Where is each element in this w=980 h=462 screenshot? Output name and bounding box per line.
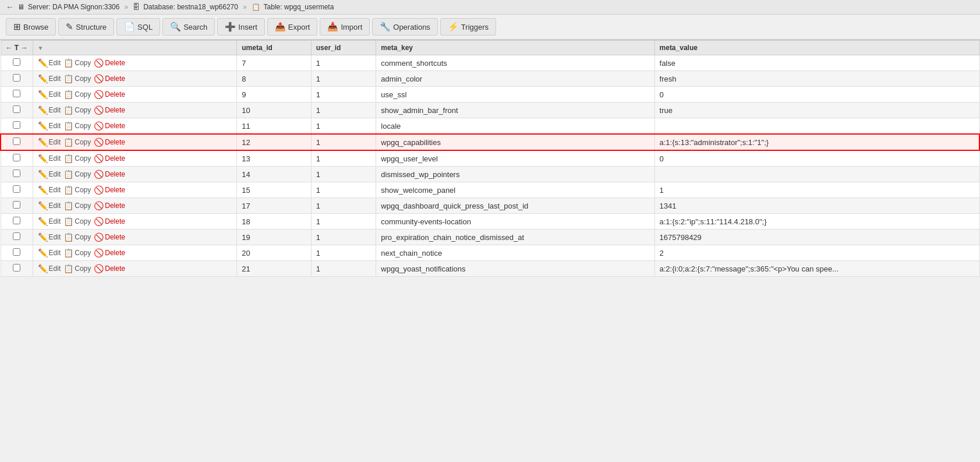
delete-button[interactable]: 🚫Delete: [94, 264, 125, 273]
row-actions-cell: ✏️Edit📋Copy🚫Delete: [33, 103, 237, 118]
row-checkbox[interactable]: [13, 154, 20, 161]
copy-icon: 📋: [63, 105, 73, 115]
delete-button[interactable]: 🚫Delete: [94, 201, 125, 210]
edit-button[interactable]: ✏️Edit: [38, 137, 61, 147]
edit-button[interactable]: ✏️Edit: [38, 232, 61, 242]
table-row: ✏️Edit📋Copy🚫Delete91use_ssl0: [1, 87, 979, 103]
data-table: ← T → ▼ umeta_id user_id meta_key: [0, 40, 980, 277]
delete-icon: 🚫: [94, 137, 104, 147]
edit-button[interactable]: ✏️Edit: [38, 74, 61, 83]
edit-button[interactable]: ✏️Edit: [38, 185, 61, 195]
row-checkbox[interactable]: [13, 137, 20, 145]
export-button[interactable]: 📤 Export: [267, 18, 318, 36]
copy-button[interactable]: 📋Copy: [63, 58, 91, 68]
copy-button[interactable]: 📋Copy: [63, 74, 91, 83]
insert-button[interactable]: ➕ Insert: [217, 18, 265, 36]
copy-button[interactable]: 📋Copy: [63, 105, 91, 115]
cell-user_id: 1: [311, 167, 376, 182]
delete-icon: 🚫: [94, 154, 104, 163]
delete-button[interactable]: 🚫Delete: [94, 137, 125, 147]
copy-icon: 📋: [63, 74, 73, 83]
cell-umeta_id: 11: [237, 118, 312, 135]
browse-button[interactable]: ⊞ Browse: [6, 18, 56, 36]
import-button[interactable]: 📥 Import: [320, 18, 370, 36]
structure-button[interactable]: ✎ Structure: [58, 18, 114, 36]
search-label: Search: [183, 23, 207, 31]
delete-button[interactable]: 🚫Delete: [94, 74, 125, 83]
search-button[interactable]: 🔍 Search: [162, 18, 215, 36]
cell-user_id: 1: [311, 103, 376, 118]
delete-button[interactable]: 🚫Delete: [94, 170, 125, 179]
edit-button[interactable]: ✏️Edit: [38, 105, 61, 115]
edit-button[interactable]: ✏️Edit: [38, 90, 61, 99]
copy-button[interactable]: 📋Copy: [63, 121, 91, 131]
col-header-meta-value[interactable]: meta_value: [654, 41, 979, 55]
nav-right-arrow[interactable]: →: [21, 44, 28, 52]
delete-button[interactable]: 🚫Delete: [94, 121, 125, 131]
cell-meta_key: show_welcome_panel: [376, 182, 654, 198]
delete-icon: 🚫: [94, 74, 104, 83]
row-checkbox[interactable]: [13, 105, 20, 113]
row-actions-cell: ✏️Edit📋Copy🚫Delete: [33, 182, 237, 198]
copy-button[interactable]: 📋Copy: [63, 137, 91, 147]
table-row: ✏️Edit📋Copy🚫Delete111locale: [1, 118, 979, 135]
copy-button[interactable]: 📋Copy: [63, 232, 91, 242]
delete-button[interactable]: 🚫Delete: [94, 248, 125, 258]
row-checkbox[interactable]: [13, 170, 20, 177]
edit-button[interactable]: ✏️Edit: [38, 170, 61, 179]
row-checkbox[interactable]: [13, 90, 20, 97]
col-header-umeta-id[interactable]: umeta_id: [237, 41, 312, 55]
row-checkbox[interactable]: [13, 217, 20, 224]
row-checkbox[interactable]: [13, 264, 20, 271]
row-checkbox[interactable]: [13, 58, 20, 66]
col-header-meta-key[interactable]: meta_key: [376, 41, 654, 55]
edit-button[interactable]: ✏️Edit: [38, 58, 61, 68]
edit-button[interactable]: ✏️Edit: [38, 154, 61, 163]
delete-button[interactable]: 🚫Delete: [94, 154, 125, 163]
edit-button[interactable]: ✏️Edit: [38, 201, 61, 210]
delete-button[interactable]: 🚫Delete: [94, 217, 125, 226]
copy-button[interactable]: 📋Copy: [63, 217, 91, 226]
copy-button[interactable]: 📋Copy: [63, 154, 91, 163]
delete-button[interactable]: 🚫Delete: [94, 90, 125, 99]
operations-button[interactable]: 🔧 Operations: [372, 18, 438, 36]
row-checkbox[interactable]: [13, 121, 20, 129]
delete-button[interactable]: 🚫Delete: [94, 105, 125, 115]
edit-label: Edit: [49, 170, 61, 178]
row-checkbox[interactable]: [13, 232, 20, 240]
col-header-user-id[interactable]: user_id: [311, 41, 376, 55]
delete-button[interactable]: 🚫Delete: [94, 185, 125, 195]
triggers-button[interactable]: ⚡ Triggers: [440, 18, 496, 36]
edit-label: Edit: [49, 186, 61, 194]
nav-left-arrow[interactable]: ←: [6, 44, 13, 52]
row-checkbox[interactable]: [13, 74, 20, 82]
delete-label: Delete: [105, 138, 125, 146]
sql-button[interactable]: 📄 SQL: [116, 18, 160, 36]
copy-button[interactable]: 📋Copy: [63, 90, 91, 99]
row-checkbox-cell: [1, 245, 33, 261]
copy-label: Copy: [75, 249, 91, 257]
copy-button[interactable]: 📋Copy: [63, 264, 91, 273]
copy-icon: 📋: [63, 58, 73, 68]
cell-meta_value: false: [654, 55, 979, 71]
row-checkbox[interactable]: [13, 201, 20, 209]
delete-button[interactable]: 🚫Delete: [94, 232, 125, 242]
edit-button[interactable]: ✏️Edit: [38, 121, 61, 131]
edit-button[interactable]: ✏️Edit: [38, 217, 61, 226]
edit-button[interactable]: ✏️Edit: [38, 248, 61, 258]
search-icon: 🔍: [170, 22, 181, 32]
cell-umeta_id: 14: [237, 167, 312, 182]
edit-button[interactable]: ✏️Edit: [38, 264, 61, 273]
copy-button[interactable]: 📋Copy: [63, 170, 91, 179]
copy-button[interactable]: 📋Copy: [63, 201, 91, 210]
copy-button[interactable]: 📋Copy: [63, 185, 91, 195]
back-arrow-btn[interactable]: ←: [6, 2, 14, 12]
copy-label: Copy: [75, 90, 91, 98]
row-checkbox[interactable]: [13, 185, 20, 193]
copy-button[interactable]: 📋Copy: [63, 248, 91, 258]
delete-button[interactable]: 🚫Delete: [94, 58, 125, 68]
delete-label: Delete: [105, 217, 125, 225]
copy-label: Copy: [75, 75, 91, 83]
row-checkbox[interactable]: [13, 248, 20, 256]
row-actions-cell: ✏️Edit📋Copy🚫Delete: [33, 230, 237, 245]
